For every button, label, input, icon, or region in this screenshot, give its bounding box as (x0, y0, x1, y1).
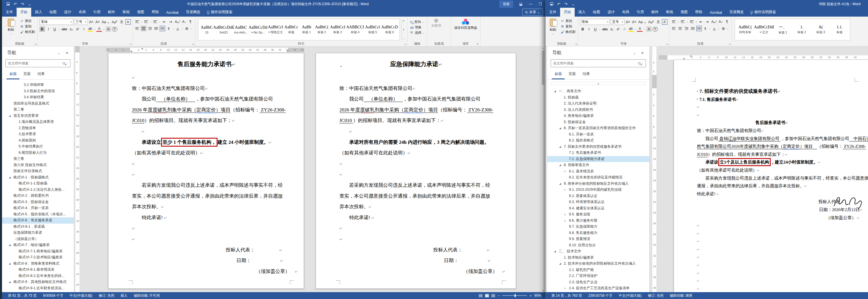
bullets-button[interactable] (671, 19, 677, 24)
search-input[interactable] (8, 61, 63, 65)
search-input[interactable] (553, 61, 638, 65)
status-item[interactable]: 修订: 关闭 (645, 293, 667, 298)
style-chip[interactable]: AaBbCc标题 (284, 20, 299, 39)
vertical-scrollbar[interactable]: ▲ ▼ (541, 47, 545, 292)
zoom-out-button[interactable]: − (498, 294, 500, 298)
format-painter-button[interactable]: 🖌格式刷 (19, 30, 36, 34)
paragraph-dialog-launcher[interactable]: ⇲ (728, 43, 731, 46)
minimize-button[interactable]: — (526, 1, 535, 7)
clipboard-dialog-launcher[interactable]: ⇲ (35, 43, 37, 46)
clipboard-dialog-launcher[interactable]: ⇲ (575, 43, 577, 46)
strikethrough-button[interactable]: abc (601, 26, 608, 32)
show-hide-pilcrow-button[interactable]: ¶ (188, 19, 193, 24)
nav-scroll-up[interactable]: ▲ (551, 82, 645, 85)
save-icon[interactable] (550, 2, 553, 6)
close-icon[interactable]: ✕ (639, 51, 647, 55)
status-item[interactable]: 239/16738 个字 (585, 293, 616, 298)
align-right-button[interactable] (684, 26, 689, 31)
justify-button[interactable] (690, 26, 695, 31)
nav-item[interactable]: 第六章 投标文件格式 (2, 162, 74, 169)
status-item[interactable]: 中文(中国大陆) (616, 293, 645, 298)
cut-button[interactable]: ✂剪切 (560, 19, 577, 24)
ribbon-display-options-icon[interactable]: ⬓ (516, 1, 526, 7)
nav-item[interactable]: 6.1. 开标一览表 (547, 131, 649, 138)
distribute-button[interactable] (160, 26, 165, 31)
style-chip[interactable]: AaBbC(四号宋体 (736, 20, 754, 39)
align-left-button[interactable] (671, 26, 677, 31)
page-2[interactable]: ▪ 应急保障能力承诺↵致：中国石油天然气集团有限公司↵我公司 （单位名称） ，参… (316, 53, 516, 289)
tell-me-search[interactable]: 操作说明搜索 (747, 8, 779, 17)
shrink-font-button[interactable]: A˅ (631, 19, 637, 25)
nav-item[interactable]: 4.授标原则 (2, 138, 74, 144)
enclose-characters-button[interactable]: 字 (112, 27, 117, 31)
style-chip[interactable]: A(标题 3 (812, 20, 830, 39)
style-chip[interactable]: AaBbCcD标题 6 (381, 20, 398, 39)
align-center-button[interactable] (141, 26, 146, 31)
nav-item[interactable]: 2. 法人代表身份证明 (547, 100, 649, 107)
status-item[interactable]: 修订: 关闭 (96, 293, 118, 298)
nav-item[interactable]: 第四章合同条款及格式 (2, 100, 74, 107)
nav-item[interactable]: 格式VI-7-1.商务响应/偏差表 (2, 248, 74, 255)
nav-item[interactable]: 9.10. 信用分扣分 (547, 242, 649, 248)
ribbon-tab[interactable]: 引用 (633, 8, 648, 17)
strikethrough-button[interactable]: abc (61, 26, 67, 32)
ribbon-tab[interactable]: 设计 (604, 8, 618, 17)
undo-icon[interactable]: ↶ (14, 2, 17, 6)
collapse-triangle-icon[interactable]: ◢ (559, 261, 561, 267)
nav-item[interactable]: 6.2. 报价表格式 (547, 138, 649, 144)
subscript-button[interactable]: x₂ (69, 26, 74, 32)
format-painter-button[interactable]: 🖌格式刷 (560, 30, 577, 34)
nav-item[interactable]: ▷9.6. 累计服务年限 (547, 218, 649, 224)
styles-gallery-scroll[interactable]: ▲▼⌄ (402, 19, 405, 40)
restore-button[interactable]: ❐ (535, 1, 545, 7)
status-item[interactable]: 辅助功能: 不可用 (130, 293, 163, 298)
nav-item[interactable]: ◢一、 商务文件 (547, 88, 649, 94)
left-indent-marker[interactable] (683, 58, 685, 59)
ribbon-tab[interactable]: Acrobat (162, 8, 182, 17)
qat-customize-icon[interactable]: ⌄ (28, 2, 31, 6)
collapse-ribbon-icon[interactable]: ∧ (477, 42, 479, 45)
page[interactable]: ▪7. 招标文件要求的供货或服务承诺书↵▪7.1. 售后服务承诺书↵↵↵售后服务… (674, 60, 868, 292)
align-center-button[interactable] (677, 26, 683, 31)
collapse-triangle-icon[interactable]: ◢ (559, 125, 561, 131)
nav-item[interactable]: 投标文件目录格式 (2, 168, 74, 174)
ribbon-tab[interactable]: 布局 (75, 8, 90, 17)
sign-in-button[interactable]: 登录 (499, 1, 513, 8)
nav-item[interactable]: 格式VI-9-1.近年财务状况说... (2, 285, 74, 292)
line-spacing-button[interactable]: ⇕ (703, 26, 708, 31)
style-chip[interactable]: AaBb标题 1 (299, 20, 314, 39)
nav-tab[interactable]: 结果 (580, 71, 593, 79)
cut-button[interactable]: ✂剪切 (19, 19, 36, 24)
nav-item[interactable]: ◢2. 技术评分标准的全部投标响应文件依次编入 (547, 261, 649, 267)
style-chip[interactable]: 1.1.标题 (831, 20, 849, 39)
nav-item[interactable]: 3.技术要求 (2, 131, 74, 138)
zoom-slider-thumb[interactable] (515, 294, 516, 297)
nav-item[interactable]: ◢格式VI-8．资格审查资料格式 (2, 261, 74, 267)
tell-me-search[interactable]: 操作说明搜索 (204, 8, 235, 17)
read-mode-icon[interactable] (479, 294, 483, 297)
font-color-button[interactable]: A (637, 26, 643, 32)
shrink-font-button[interactable]: A˅ (95, 19, 100, 25)
style-chip[interactable]: AaBbCms-rtefo... (234, 20, 248, 39)
nav-item[interactable]: 格式VI-1-2.法定代表人身份... (2, 187, 74, 193)
font-size-combo[interactable]: 五号▾ (611, 19, 624, 25)
decrease-indent-button[interactable]: ⇤ (162, 19, 167, 24)
ribbon-tab[interactable]: 开始 (17, 8, 31, 17)
ribbon-tab[interactable]: 插入 (575, 8, 589, 17)
styles-dialog-launcher[interactable]: ⇲ (404, 43, 406, 46)
character-border-button[interactable]: A (662, 19, 668, 25)
align-left-button[interactable] (134, 26, 140, 31)
replace-button[interactable]: ab替换 (409, 25, 426, 30)
character-shading-button[interactable]: A (105, 26, 111, 32)
nav-item[interactable]: 格式VI-4．开标一览表 (2, 205, 74, 211)
enclose-characters-button[interactable]: 字 (652, 27, 658, 31)
save-icon[interactable] (7, 2, 10, 6)
copy-button[interactable]: ⧉复制 (19, 24, 36, 29)
asian-layout-button[interactable]: A⤾ (174, 19, 181, 24)
ribbon-tab[interactable]: 插入 (31, 8, 46, 17)
nav-item[interactable]: 格式VI-8-2.近年来发生的诉... (2, 273, 74, 279)
nav-item[interactable]: 9.9. 质量情况 (547, 236, 649, 242)
collapse-triangle-icon[interactable]: ◢ (559, 181, 561, 187)
style-chip[interactable]: AaBbC(标题 2 (314, 20, 329, 39)
nav-item[interactable]: ◢第五章供货要求 (2, 113, 74, 119)
